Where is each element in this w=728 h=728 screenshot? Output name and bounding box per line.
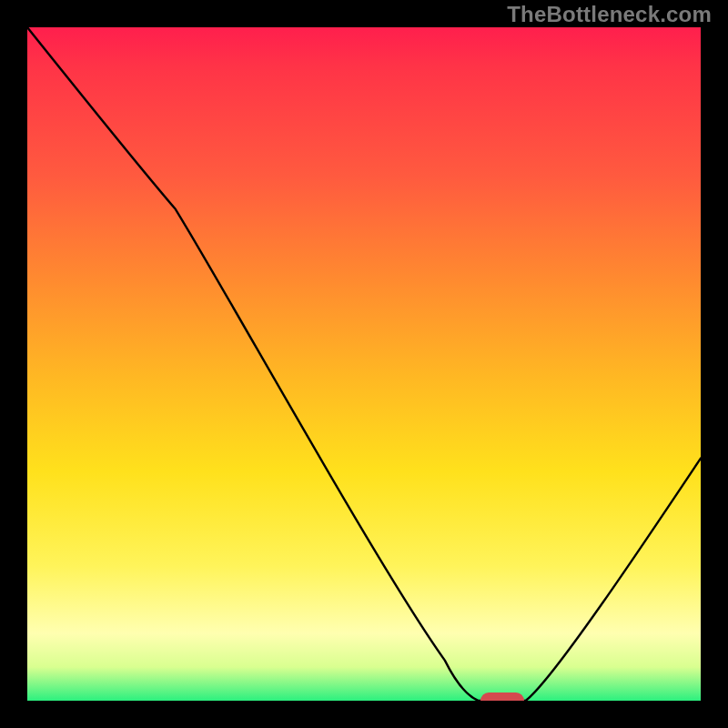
watermark-label: TheBottleneck.com xyxy=(507,2,712,27)
chart-frame: TheBottleneck.com xyxy=(0,0,728,728)
plot-area xyxy=(27,27,701,701)
optimal-marker xyxy=(480,693,524,701)
bottleneck-curve xyxy=(27,27,701,701)
